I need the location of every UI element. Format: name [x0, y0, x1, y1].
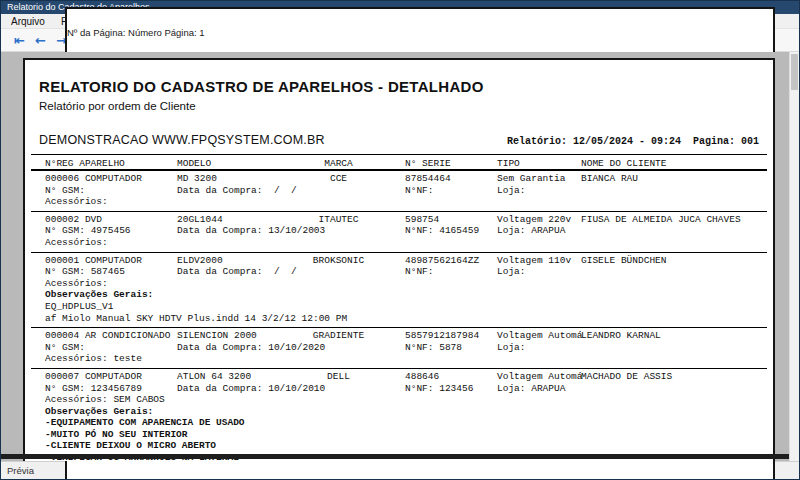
- record-compra: Data da Compra: 10/10/2010: [177, 383, 325, 395]
- record-reg: 000001 COMPUTADOR: [45, 255, 142, 267]
- record-compra: Data da Compra: / /: [177, 185, 297, 197]
- preview-area: RELATORIO DO CADASTRO DE APARELHOS - DET…: [1, 52, 799, 461]
- record-obs-header: Observações Gerais:: [45, 406, 153, 418]
- record-nf: N°NF:: [405, 185, 439, 197]
- observation-line: -MUITO PÓ NO SEU INTERIOR: [31, 429, 767, 441]
- record-tipo: Sem Garantia: [497, 173, 565, 185]
- record-acessorios: Acessórios:: [45, 196, 113, 208]
- first-page-icon: ⇤: [14, 34, 25, 47]
- record-block: 000006 COMPUTADOR MD 3200 CCE 87854464 S…: [31, 171, 767, 212]
- observation-line: af Miolo Manual SKY HDTV Plus.indd 14 3/…: [31, 313, 767, 325]
- status-label: Prévia: [7, 465, 34, 476]
- record-detail-line: N° GSM: 4975456 Data da Compra: 13/10/20…: [31, 225, 767, 237]
- vertical-scrollbar[interactable]: [789, 52, 799, 461]
- record-main-line: 000007 COMPUTADOR ATLON 64 3200 DELL 488…: [31, 371, 767, 383]
- scrollbar-thumb[interactable]: [791, 54, 798, 90]
- record-modelo: 20GL1044: [177, 214, 223, 226]
- record-acessorios: Acessórios: SEM CABOS: [45, 394, 165, 406]
- observation-line: EQ_HDPLUS_V1: [31, 301, 767, 313]
- record-gsm: N° GSM: 587465: [45, 266, 125, 278]
- record-acessorios: Acessórios: teste: [45, 353, 142, 365]
- column-header-modelo: MODELO: [177, 155, 211, 172]
- record-marca: ITAUTEC: [281, 214, 396, 226]
- column-header-cliente: NOME DO CLIENTE: [581, 155, 667, 172]
- record-block: 000001 COMPUTADOR ELDV2000 BROKSONIC 489…: [31, 253, 767, 329]
- record-serie: 598754: [405, 214, 439, 226]
- record-compra: Data da Compra: 13/10/2003: [177, 225, 325, 237]
- record-modelo: MD 3200: [177, 173, 217, 185]
- column-header-reg: N°REG APARELHO: [45, 155, 125, 172]
- record-acessorios-line: Acessórios:: [31, 237, 767, 249]
- record-main-line: 000006 COMPUTADOR MD 3200 CCE 87854464 S…: [31, 173, 767, 185]
- previous-page-icon: ←: [35, 34, 46, 47]
- record-detail-line: N° GSM: 123456789 Data da Compra: 10/10/…: [31, 383, 767, 395]
- column-header-marca: MARCA: [281, 155, 396, 172]
- record-modelo: ATLON 64 3200: [177, 371, 251, 383]
- record-loja: Loja: ARAPUA: [497, 383, 565, 395]
- observation-line: -CLIENTE DEIXOU O MICRO ABERTO: [31, 440, 767, 452]
- record-modelo: ELDV2000: [177, 255, 223, 267]
- record-block: 000007 COMPUTADOR ATLON 64 3200 DELL 488…: [31, 369, 767, 461]
- record-nf: N°NF: 4165459: [405, 225, 479, 237]
- record-marca: GRADIENTE: [281, 330, 396, 342]
- toolbar: ⇤ ← → ⇥ W O 1 Nº Zoom Nº da Página: Núme…: [1, 29, 799, 52]
- record-main-line: 000002 DVD 20GL1044 ITAUTEC 598754 Volta…: [31, 214, 767, 226]
- company-name: DEMONSTRACAO WWW.FPQSYSTEM.COM.BR: [39, 133, 325, 147]
- record-tipo: Voltagem Automá: [497, 330, 583, 342]
- record-tipo: Voltagem 220v: [497, 214, 571, 226]
- previous-page-button[interactable]: ←: [30, 31, 51, 50]
- first-page-button[interactable]: ⇤: [9, 31, 30, 50]
- column-header-serie: N° SERIE: [405, 155, 451, 172]
- record-marca: DELL: [281, 371, 396, 383]
- record-block: 000004 AR CONDICIONADO SILENCION 2000 GR…: [31, 328, 767, 369]
- report-body: N°REG APARELHO MODELO MARCA N° SERIE TIP…: [31, 154, 767, 461]
- record-acessorios: Acessórios:: [45, 237, 113, 249]
- record-detail-line: N° GSM: Data da Compra: / / N°NF: Loja:: [31, 185, 767, 197]
- record-compra: Data da Compra: 10/10/2020: [177, 342, 325, 354]
- record-main-line: 000004 AR CONDICIONADO SILENCION 2000 GR…: [31, 330, 767, 342]
- record-gsm: N° GSM: 4975456: [45, 225, 131, 237]
- record-gsm: N° GSM:: [45, 342, 91, 354]
- record-nf: N°NF: 5878: [405, 342, 462, 354]
- report-meta: Relatório: 12/05/2024 - 09:24 Pagina: 00…: [507, 136, 759, 147]
- record-serie: 488646: [405, 371, 439, 383]
- record-obs-header-line: Observações Gerais:: [31, 406, 767, 418]
- record-reg: 000004 AR CONDICIONADO: [45, 330, 170, 342]
- record-serie: 87854464: [405, 173, 451, 185]
- record-compra: Data da Compra: / /: [177, 266, 297, 278]
- record-block: 000002 DVD 20GL1044 ITAUTEC 598754 Volta…: [31, 212, 767, 253]
- record-marca: CCE: [281, 173, 396, 185]
- menu-arquivo[interactable]: Arquivo: [3, 14, 53, 29]
- record-loja: Loja: ARAPUA: [497, 225, 565, 237]
- record-reg: 000002 DVD: [45, 214, 102, 226]
- record-gsm: N° GSM: 123456789: [45, 383, 142, 395]
- record-main-line: 000001 COMPUTADOR ELDV2000 BROKSONIC 489…: [31, 255, 767, 267]
- record-cliente: MACHADO DE ASSIS: [581, 371, 672, 383]
- record-acessorios: Acessórios:: [45, 278, 113, 290]
- record-loja: Loja:: [497, 185, 531, 197]
- record-obs-lines: EQ_HDPLUS_V1af Miolo Manual SKY HDTV Plu…: [31, 301, 767, 324]
- observation-line: -EQUIPAMENTO COM APARENCIA DE USADO: [31, 417, 767, 429]
- record-nf: N°NF: 123456: [405, 383, 473, 395]
- record-acessorios-line: Acessórios:: [31, 196, 767, 208]
- record-nf: N°NF:: [405, 266, 439, 278]
- record-serie: 5857912187984: [405, 330, 479, 342]
- record-detail-line: N° GSM: Data da Compra: 10/10/2020 N°NF:…: [31, 342, 767, 354]
- column-header-tipo: TIPO: [497, 155, 520, 172]
- record-gsm: N° GSM:: [45, 185, 91, 197]
- page-bottom-edge: [1, 454, 789, 459]
- record-tipo: Voltagem Automá: [497, 371, 583, 383]
- record-tipo: Voltagem 110v: [497, 255, 571, 267]
- record-reg: 000007 COMPUTADOR: [45, 371, 142, 383]
- report-header-row: DEMONSTRACAO WWW.FPQSYSTEM.COM.BR Relató…: [39, 133, 759, 147]
- record-detail-line: N° GSM: 587465 Data da Compra: / / N°NF:…: [31, 266, 767, 278]
- record-acessorios-line: Acessórios: teste: [31, 353, 767, 365]
- record-serie: 48987562164ZZ: [405, 255, 479, 267]
- record-cliente: BIANCA RAU: [581, 173, 638, 185]
- app-window: Relatorio do Cadastro de Aparelhos Arqui…: [0, 0, 800, 480]
- report-subtitle: Relatório por ordem de Cliente: [39, 100, 759, 112]
- record-acessorios-line: Acessórios:: [31, 278, 767, 290]
- record-loja: Loja:: [497, 266, 531, 278]
- record-marca: BROKSONIC: [281, 255, 396, 267]
- record-obs-header: Observações Gerais:: [45, 289, 153, 301]
